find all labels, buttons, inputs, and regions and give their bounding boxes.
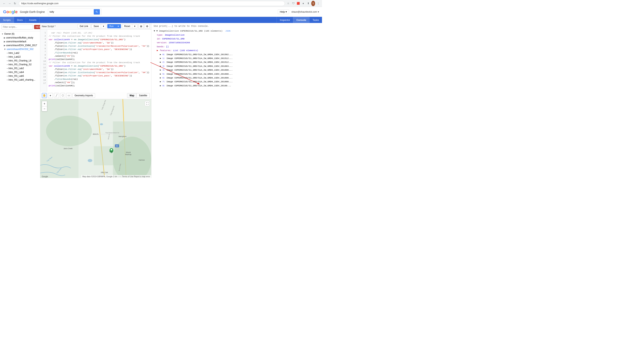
run-dropdown-button[interactable]: ▾ bbox=[116, 24, 121, 28]
tree-file-chartl8[interactable]: ▪ Intro_RS_Charting_L8 bbox=[0, 59, 40, 63]
filter-scripts-input[interactable] bbox=[2, 24, 33, 29]
tree-file-rslab4[interactable]: ▪ Intro_RS_Lab4 bbox=[0, 70, 40, 74]
svg-text:Tully: Tully bbox=[109, 151, 113, 153]
code-line: var collectionVV = ee.ImageCollection('C… bbox=[49, 38, 150, 41]
feature-label: Image COPERNICUS/S1_GRD/S1A_IW_GRDH_1SDV… bbox=[166, 53, 233, 56]
id-val: COPERNICUS/S1_GRD bbox=[162, 37, 184, 40]
main-layout: NEW ▾ ▼ Owner (6) ▶ users/shaun/Buffalo_… bbox=[0, 23, 322, 178]
left-panel: NEW ▾ ▼ Owner (6) ▶ users/shaun/Buffalo_… bbox=[0, 23, 40, 178]
svg-point-11 bbox=[88, 159, 92, 162]
ext-icon3[interactable]: ⬆ bbox=[306, 1, 310, 5]
feature-4[interactable]: ▶ 4: Image COPERNICUS/S1_GRD/S1A_IW_GRDH… bbox=[160, 68, 320, 72]
tab-scripts[interactable]: Scripts bbox=[0, 17, 14, 23]
feature-1[interactable]: ▶ 1: Image COPERNICUS/S1_GRD/S1A_IW_GRDH… bbox=[160, 56, 320, 60]
line-numbers: 1 2 3 4 5 6 7 8 9 10 11 12 13 14 15 16 1 bbox=[40, 30, 47, 92]
feature-8[interactable]: ▶ 8: Image COPERNICUS/S1_GRD/S1A_IW_GRDH… bbox=[160, 84, 320, 88]
ext-icon1[interactable]: 🟥 bbox=[296, 1, 300, 5]
satellite-button[interactable]: Satellite bbox=[136, 93, 150, 98]
tab-docs[interactable]: Docs bbox=[14, 17, 26, 23]
tree-buffalo[interactable]: ▶ users/shaun/Buffalo_study bbox=[0, 36, 40, 40]
reset-button[interactable]: Reset bbox=[122, 24, 132, 28]
menu-icon[interactable]: ⋮ bbox=[316, 1, 320, 5]
tree-item-label: users/shaun/ENV_EMM_2017 bbox=[6, 44, 37, 47]
right-panel: Use print(...) to write to this console.… bbox=[152, 23, 322, 178]
tree-env202[interactable]: ▼ users/shaun/ENV202_502 bbox=[0, 47, 40, 51]
tree-env-emm[interactable]: ▶ users/shaun/ENV_EMM_2017 bbox=[0, 43, 40, 47]
code-content[interactable]: var roi: Point (145.93, -17.94) // Filte… bbox=[47, 30, 151, 92]
tab-assets[interactable]: Assets bbox=[26, 17, 40, 23]
file-icon: ▪ bbox=[7, 63, 8, 66]
collection-root[interactable]: ▼ ▼ ImageCollection COPERNICUS/S1_GRD (1… bbox=[154, 29, 320, 33]
features-val: List (165 elements) bbox=[173, 49, 198, 52]
code-line: var roi: Point (145.93, -17.94) bbox=[49, 31, 150, 34]
avatar-icon[interactable]: S bbox=[311, 1, 315, 5]
run-button[interactable]: Run bbox=[107, 24, 116, 28]
svg-point-16 bbox=[110, 149, 112, 151]
save-dropdown-button[interactable]: ▾ bbox=[101, 24, 106, 28]
tree-file-rslab5[interactable]: ▪ Intro_RS_Lab5 bbox=[0, 74, 40, 78]
browser-icons: ☆ 🛡 🟥 ♦ ⬆ S ⋮ bbox=[286, 1, 320, 5]
help-button[interactable]: Help ▾ bbox=[278, 9, 289, 14]
tree-owner[interactable]: ▼ Owner (6) bbox=[0, 32, 40, 36]
code-line: .filter(ee.Filter.listContains('transmit… bbox=[49, 44, 150, 48]
folder-icon: ▶ bbox=[4, 36, 5, 39]
star-icon[interactable]: ☆ bbox=[286, 1, 290, 5]
pan-tool-button[interactable]: ✋ bbox=[42, 93, 47, 98]
code-line: .filterBounds(roi) bbox=[49, 51, 150, 54]
tree-file-rslab5c[interactable]: ▪ Intro_RS_Lab5_charting... bbox=[0, 78, 40, 82]
zoom-out-button[interactable]: − bbox=[42, 106, 47, 111]
shield-icon[interactable]: 🛡 bbox=[291, 1, 295, 5]
address-bar[interactable]: https://code.earthengine.google.com bbox=[19, 1, 285, 6]
tree-file-introlab2[interactable]: ▪ Intro_Lab2 bbox=[0, 51, 40, 55]
tree-file-label: Intro_RS_Charting_S2 bbox=[8, 63, 32, 66]
grid-icon-button[interactable]: ⊞ bbox=[138, 24, 144, 29]
features-row[interactable]: ▶ features: List (165 elements) bbox=[157, 49, 320, 52]
feature-2[interactable]: ▶ 2: Image COPERNICUS/S1_GRD/S1A_IW_GRDH… bbox=[160, 60, 320, 64]
rectangle-tool-button[interactable]: ▭ bbox=[66, 93, 71, 98]
polygon-tool-button[interactable]: ⬡ bbox=[60, 93, 65, 98]
code-line: .filter(ee.Filter.listContains('transmit… bbox=[49, 71, 150, 74]
settings-icon-button[interactable]: ⚙ bbox=[145, 24, 150, 29]
zoom-in-button[interactable]: + bbox=[42, 101, 47, 106]
json-link[interactable]: JSON bbox=[226, 30, 230, 32]
tree-file-label: Intro_RS_Lab2 bbox=[8, 67, 24, 70]
feature-6[interactable]: ▶ 6: Image COPERNICUS/S1_GRD/S1A_IW_GRDH… bbox=[160, 76, 320, 80]
back-button[interactable]: ← bbox=[2, 1, 6, 6]
logo-area: Google Google Earth Engine bbox=[3, 9, 45, 14]
logo-e: e bbox=[15, 9, 18, 14]
line-tool-button[interactable]: ╱ bbox=[54, 93, 59, 98]
tab-console[interactable]: Console bbox=[293, 17, 309, 23]
file-icon: ▪ bbox=[7, 52, 8, 54]
console-info: Use print(...) to write to this console. bbox=[154, 25, 320, 27]
user-info[interactable]: shaun@shaunlevick.com ▾ bbox=[291, 10, 319, 13]
svg-text:Merryburn: Merryburn bbox=[119, 136, 126, 137]
tree-file-charts2[interactable]: ▪ Intro_RS_Charting_S2 bbox=[0, 63, 40, 66]
save-button[interactable]: Save bbox=[92, 24, 100, 28]
code-line: .filter(ee.Filter.eq('instrumentMode', '… bbox=[49, 41, 150, 44]
ext-icon2[interactable]: ♦ bbox=[301, 1, 305, 5]
search-input[interactable] bbox=[50, 10, 92, 13]
code-area[interactable]: 1 2 3 4 5 6 7 8 9 10 11 12 13 14 15 16 1 bbox=[40, 30, 151, 92]
tab-tasks[interactable]: Tasks bbox=[309, 17, 322, 23]
reset-dropdown-button[interactable]: ▾ bbox=[132, 24, 138, 28]
point-tool-button[interactable]: ● bbox=[48, 93, 53, 98]
tree-file-introlab22[interactable]: ▪ Intro_Lab22 bbox=[0, 55, 40, 59]
feature-0[interactable]: ▶ 0: Image COPERNICUS/S1_GRD/S1A_IW_GRDH… bbox=[160, 53, 320, 56]
tree-file-rslab2[interactable]: ▪ Intro_RS_Lab2 bbox=[0, 66, 40, 70]
feature-5[interactable]: ▶ 5: Image COPERNICUS/S1_GRD/S1A_IW_GRDH… bbox=[160, 72, 320, 76]
tree-file-label: Intro_Lab22 bbox=[8, 55, 21, 58]
collection-details: type: ImageCollection id: COPERNICUS/S1_… bbox=[154, 33, 320, 88]
refresh-button[interactable]: ↻ bbox=[13, 1, 17, 6]
tab-inspector[interactable]: Inspector bbox=[276, 17, 293, 23]
tree-default[interactable]: ▶ users/shaun/default bbox=[0, 40, 40, 43]
get-link-button[interactable]: Get Link bbox=[78, 24, 90, 28]
map-button[interactable]: Map bbox=[127, 93, 136, 98]
search-button[interactable] bbox=[94, 9, 100, 14]
fullscreen-button[interactable]: ⛶ bbox=[145, 101, 150, 106]
geometry-imports-button[interactable]: Geometry Imports bbox=[72, 93, 95, 98]
new-button[interactable]: NEW ▾ bbox=[34, 25, 40, 29]
feature-7[interactable]: ▶ 7: Image COPERNICUS/S1_GRD/S1A_IW_GRDH… bbox=[160, 80, 320, 84]
expand-icon[interactable]: ▼ bbox=[154, 30, 156, 32]
feature-3[interactable]: ▶ 3: Image COPERNICUS/S1_GRD/S1A_IW_GRDH… bbox=[160, 64, 320, 68]
forward-button[interactable]: → bbox=[7, 1, 12, 6]
